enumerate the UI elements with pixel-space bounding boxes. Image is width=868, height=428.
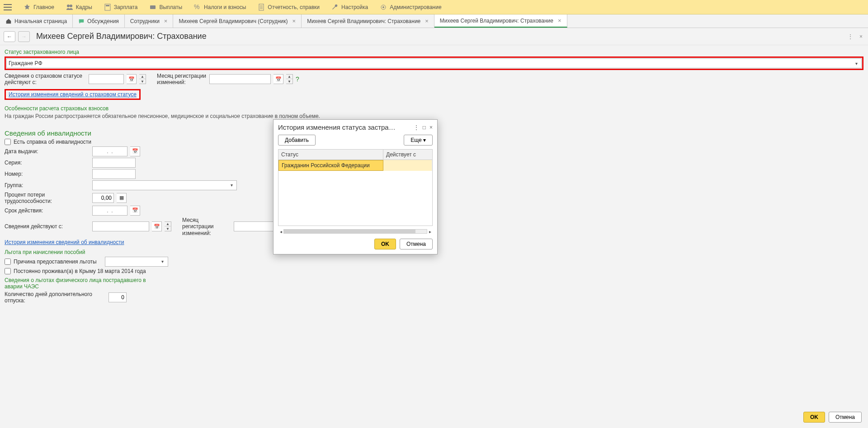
wrench-icon bbox=[331, 4, 339, 11]
benefit-reason-row: Причина предоставления льготы ▾ bbox=[5, 257, 863, 267]
benefit-reason-checkbox[interactable] bbox=[5, 259, 11, 265]
menu-settings[interactable]: Настройка bbox=[329, 2, 371, 13]
col-effective[interactable]: Действует с bbox=[383, 150, 432, 160]
tabs-bar: Начальная страница Обсуждения Сотрудники… bbox=[0, 14, 868, 28]
close-icon[interactable]: × bbox=[425, 18, 429, 24]
menu-hr-label: Кадры bbox=[76, 4, 92, 10]
spin-buttons[interactable]: ▲▼ bbox=[139, 74, 146, 84]
svg-point-8 bbox=[382, 6, 384, 8]
hamburger-icon[interactable] bbox=[4, 4, 12, 10]
effective-from-input[interactable] bbox=[89, 74, 124, 84]
close-icon[interactable]: × bbox=[164, 18, 168, 24]
dialog-add-button[interactable]: Добавить bbox=[278, 135, 316, 146]
table-row[interactable]: Гражданин Российской Федерации bbox=[278, 160, 432, 171]
has-certificate-checkbox[interactable] bbox=[5, 139, 11, 145]
disability-history-link[interactable]: История изменения сведений об инвалиднос… bbox=[5, 239, 124, 245]
validity-input[interactable] bbox=[92, 206, 127, 216]
tab-employees[interactable]: Сотрудники × bbox=[125, 14, 174, 28]
calendar-icon[interactable]: 📅 bbox=[130, 206, 140, 216]
calendar-icon[interactable]: 📅 bbox=[127, 74, 137, 84]
info-effective-input[interactable] bbox=[92, 221, 149, 231]
effective-from-row: Сведения о страховом статусе действуют с… bbox=[5, 73, 863, 86]
extra-days-input[interactable] bbox=[108, 292, 127, 302]
calendar-icon[interactable]: 📅 bbox=[274, 74, 283, 84]
row-date bbox=[383, 160, 432, 171]
status-section-title: Статус застрахованного лица bbox=[5, 49, 863, 55]
close-icon[interactable]: × bbox=[558, 17, 561, 24]
col-status[interactable]: Статус bbox=[278, 150, 383, 160]
scroll-left-icon[interactable]: ◂ bbox=[278, 229, 283, 234]
menu-hr[interactable]: Кадры bbox=[63, 2, 95, 13]
dialog-toolbar: Добавить Еще ▾ bbox=[274, 135, 437, 149]
issue-date-input[interactable] bbox=[92, 146, 127, 156]
close-icon[interactable]: × bbox=[292, 18, 296, 24]
dialog-cancel-button[interactable]: Отмена bbox=[400, 239, 433, 249]
number-label: Номер: bbox=[5, 171, 90, 177]
history-link-highlight: История изменения сведений о страховом с… bbox=[5, 89, 141, 100]
calendar-icon[interactable]: 📅 bbox=[152, 221, 162, 231]
header-more-icon[interactable]: ⋮ bbox=[846, 32, 855, 42]
chevron-down-icon[interactable]: ▾ bbox=[852, 59, 860, 67]
tab-employee-card[interactable]: Михеев Сергей Владимирович (Сотрудник) × bbox=[173, 14, 302, 28]
effective-from-label: Сведения о страховом статусе действуют с… bbox=[5, 73, 86, 86]
tab-home[interactable]: Начальная страница bbox=[0, 14, 73, 28]
status-value: Граждане РФ bbox=[9, 60, 42, 66]
scroll-thumb[interactable] bbox=[284, 230, 415, 233]
reg-month-label-2: Месяц регистрации изменений: bbox=[182, 217, 231, 236]
cancel-button[interactable]: Отмена bbox=[829, 412, 862, 423]
header-close-icon[interactable]: × bbox=[858, 32, 864, 42]
dialog-close-icon[interactable]: × bbox=[429, 124, 433, 131]
ok-button[interactable]: OK bbox=[803, 412, 825, 423]
menu-settings-label: Настройка bbox=[341, 4, 368, 10]
dialog-more-icon[interactable]: ⋮ bbox=[414, 124, 419, 131]
dialog-tbody: Гражданин Российской Федерации bbox=[278, 160, 432, 226]
crimea-checkbox[interactable] bbox=[5, 268, 11, 274]
status-dropdown[interactable]: Граждане РФ ▾ bbox=[6, 58, 862, 68]
menu-taxes[interactable]: % Налоги и взносы bbox=[191, 2, 249, 13]
group-dropdown[interactable]: ▾ bbox=[92, 180, 237, 190]
help-icon[interactable]: ? bbox=[296, 75, 299, 83]
menu-admin[interactable]: Администрирование bbox=[377, 2, 444, 13]
menu-main[interactable]: Главное bbox=[21, 2, 57, 13]
spin-buttons[interactable]: ▲▼ bbox=[286, 74, 293, 84]
tab-insurance-2[interactable]: Михеев Сергей Владимирович: Страхование … bbox=[434, 14, 567, 28]
dialog-maximize-icon[interactable]: □ bbox=[423, 124, 426, 131]
page-title: Михеев Сергей Владимирович: Страхование bbox=[36, 32, 207, 41]
insurance-history-link[interactable]: История изменения сведений о страховом с… bbox=[9, 91, 137, 98]
menu-payments[interactable]: Выплаты bbox=[146, 2, 185, 13]
dialog-ok-button[interactable]: OK bbox=[374, 239, 396, 249]
issue-date-label: Дата выдачи: bbox=[5, 148, 90, 155]
forward-button[interactable]: → bbox=[18, 31, 30, 42]
calc-icon[interactable]: ▦ bbox=[117, 193, 127, 203]
dialog-footer: OK Отмена bbox=[274, 234, 437, 254]
chaes-title: Сведения о льготах физического лица пост… bbox=[5, 277, 158, 290]
tab-employee-card-label: Михеев Сергей Владимирович (Сотрудник) bbox=[179, 18, 288, 24]
svg-point-1 bbox=[70, 5, 72, 7]
tab-discussions-label: Обсуждения bbox=[87, 18, 119, 24]
loss-percent-input[interactable] bbox=[92, 193, 114, 203]
spin-buttons[interactable]: ▲▼ bbox=[165, 221, 171, 231]
chevron-down-icon[interactable]: ▾ bbox=[159, 258, 167, 266]
chevron-down-icon[interactable]: ▾ bbox=[227, 181, 236, 189]
calendar-icon[interactable]: 📅 bbox=[130, 146, 140, 156]
has-certificate-label: Есть справка об инвалидности bbox=[14, 139, 91, 145]
tab-discussions[interactable]: Обсуждения bbox=[73, 14, 125, 28]
back-button[interactable]: ← bbox=[4, 31, 15, 42]
menu-salary[interactable]: Зарплата bbox=[101, 2, 141, 13]
reg-month-input[interactable] bbox=[209, 74, 271, 84]
history-dialog: История изменения статуса застра… ⋮ □ × … bbox=[273, 119, 438, 254]
dialog-hscroll[interactable]: ◂ ▸ bbox=[278, 229, 433, 234]
benefit-reason-dropdown[interactable]: ▾ bbox=[105, 257, 168, 267]
tab-insurance-1[interactable]: Михеев Сергей Владимирович: Страхование … bbox=[302, 14, 434, 28]
calc-icon bbox=[104, 4, 111, 11]
scroll-right-icon[interactable]: ▸ bbox=[427, 229, 433, 234]
svg-text:%: % bbox=[194, 4, 199, 10]
extra-days-row: Количество дней дополнительного отпуска: bbox=[5, 291, 863, 304]
series-input[interactable] bbox=[92, 158, 136, 168]
number-input[interactable] bbox=[92, 169, 136, 179]
page-header: ← → Михеев Сергей Владимирович: Страхова… bbox=[0, 28, 868, 45]
dialog-more-button[interactable]: Еще ▾ bbox=[404, 135, 433, 146]
dialog-table: Статус Действует с Гражданин Российской … bbox=[278, 149, 433, 226]
loss-percent-label: Процент потери трудоспособности: bbox=[5, 192, 90, 204]
menu-reports[interactable]: Отчетность, справки bbox=[255, 2, 322, 13]
